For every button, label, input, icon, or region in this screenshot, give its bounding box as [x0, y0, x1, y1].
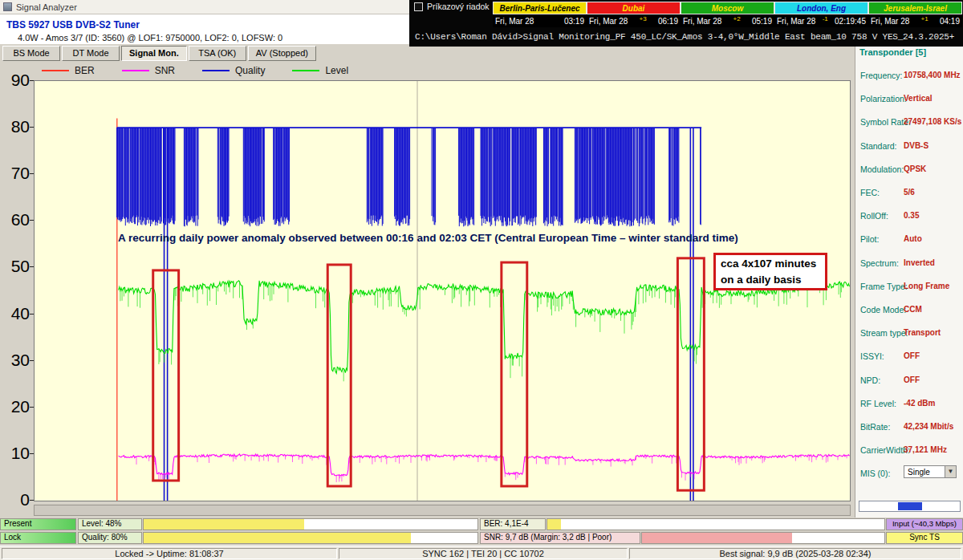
callout-line-2: on a daily basis	[721, 272, 820, 288]
legend-label: SNR	[155, 65, 175, 76]
field-label: Pilot:	[860, 234, 879, 244]
clock-date: Fri, Mar 28	[495, 17, 534, 26]
legend-label: Quality	[235, 65, 265, 76]
chart-plot-area: A recurring daily power anomaly observed…	[34, 80, 851, 501]
transponder-title: Transponder [5]	[859, 47, 926, 57]
field-label: Standard:	[860, 141, 897, 151]
tab-dt-mode[interactable]: DT Mode	[62, 46, 120, 61]
field-value: 10758,400 MHz	[904, 71, 961, 79]
y-axis-tick	[30, 173, 34, 174]
field-value: OFF	[904, 375, 920, 384]
y-axis-tick	[30, 127, 34, 128]
clock-utc-offset: +3	[640, 15, 647, 22]
anomaly-callout-box: cca 4x107 minutes on a daily basis	[713, 253, 827, 290]
chart-scrollbar[interactable]	[34, 505, 851, 516]
ber-progress	[547, 518, 885, 530]
quality-label: Quality: 80%	[78, 532, 142, 544]
clock-date: Fri, Mar 28	[683, 17, 721, 26]
field-value: Vertical	[904, 94, 933, 103]
legend-line	[42, 70, 69, 71]
transponder-row: Pilot:Auto	[855, 228, 963, 251]
transponder-row: Stream type:Transport	[855, 322, 963, 345]
tab-bs-mode[interactable]: BS Mode	[2, 46, 60, 61]
field-label: Frequency:	[860, 71, 903, 80]
y-axis-tick	[30, 266, 34, 267]
y-axis-label: 50	[0, 258, 30, 275]
cmd-title-text: Príkazový riadok	[427, 2, 490, 11]
clock-date: Fri, Mar 28	[777, 17, 815, 26]
mis-select-value: Single	[908, 468, 930, 477]
cmd-titlebar[interactable]: Príkazový riadok	[414, 2, 490, 11]
y-axis-tick	[30, 407, 34, 408]
clock-time: Fri, Mar 2803:19	[493, 14, 587, 27]
y-axis-label: 90	[0, 71, 30, 89]
field-value: 0.35	[904, 211, 919, 220]
world-clock-3: MoscowFri, Mar 28+205:19	[681, 2, 774, 27]
field-value: Transport	[904, 328, 941, 337]
field-value: Auto	[904, 234, 922, 243]
field-value: CCM	[904, 305, 922, 314]
ber-label: BER: 4,1E-4	[480, 518, 546, 530]
field-label: RF Level:	[860, 399, 896, 408]
clock-city: Moscow	[681, 2, 774, 14]
transponder-row: Symbol Rate:27497,108 KS/s	[855, 111, 963, 134]
world-clock-4: London, EngFri, Mar 28-102:19:45	[774, 2, 868, 27]
signal-gauge-fill	[898, 502, 922, 510]
clock-value: 02:19:45	[835, 17, 866, 26]
y-axis-label: 20	[0, 398, 30, 416]
field-value: 5/6	[904, 188, 915, 197]
field-label: Frame Type:	[860, 282, 908, 291]
statusbar-sync-counters: SYNC 162 | TEI 20 | CC 10702	[339, 548, 628, 559]
clock-date: Fri, Mar 28	[589, 17, 628, 26]
tab-av-stopped-[interactable]: AV (Stopped)	[248, 46, 316, 61]
field-label: CarrierWidth:	[860, 445, 910, 455]
chevron-down-icon[interactable]: ▼	[945, 466, 956, 477]
transponder-row: ISSYI:OFF	[855, 345, 963, 368]
chart-legend: BERSNRQualityLevel	[42, 64, 348, 77]
clock-value: 03:19	[564, 17, 584, 26]
transponder-row: Spectrum:Inverted	[855, 252, 963, 275]
field-label: Polarization:	[860, 94, 907, 103]
legend-line	[122, 70, 149, 71]
transponder-panel: Transponder [5] Frequency:10758,400 MHzP…	[855, 45, 963, 517]
transponder-row: Frequency:10758,400 MHz	[855, 64, 963, 87]
status-row-1: Present Level: 48% BER: 4,1E-4 Input (~4…	[0, 518, 963, 530]
transponder-row: Modulation:QPSK	[855, 158, 963, 181]
transponder-row: Standard:DVB-S	[855, 135, 963, 158]
transponder-row: NPD:OFF	[855, 369, 963, 392]
input-indicator: Input (~40,3 Mbps)	[886, 518, 963, 530]
y-axis-tick	[30, 500, 34, 501]
anomaly-annotation: A recurring daily power anomaly observed…	[118, 232, 738, 244]
tab-tsa-ok-[interactable]: TSA (OK)	[189, 46, 246, 61]
tab-bar: BS ModeDT ModeSignal Mon.TSA (OK)AV (Sto…	[2, 46, 316, 62]
legend-item-ber: BER	[42, 65, 95, 76]
y-axis-tick	[30, 314, 34, 314]
clock-value: 06:19	[658, 17, 678, 26]
field-value: -42 dBm	[904, 399, 935, 408]
clock-city: Dubai	[587, 2, 681, 14]
transponder-row: FEC:5/6	[855, 181, 963, 205]
legend-label: Level	[325, 65, 348, 76]
y-axis-label: 60	[0, 211, 30, 229]
field-value: Inverted	[904, 258, 935, 267]
command-line[interactable]: C:\Users\Roman Dávid>Signal Monitoring_P…	[415, 32, 954, 42]
world-clock-1: Berlin-Paris-LučenecFri, Mar 2803:19	[493, 2, 587, 27]
legend-item-snr: SNR	[122, 65, 175, 76]
statusbar-best-signal: Best signal: 9,9 dB (2025-03-28 02:34)	[629, 548, 961, 559]
transponder-row: BitRate:42,234 Mbit/s	[855, 416, 963, 439]
y-axis-label: 10	[0, 444, 30, 462]
clock-city: Jerusalem-Israel	[868, 2, 962, 14]
transponder-row: RollOff:0.35	[855, 205, 963, 228]
legend-line	[292, 70, 319, 71]
mis-select[interactable]: Single ▼	[904, 465, 957, 478]
world-clock-2: DubaiFri, Mar 28+306:19	[587, 2, 681, 27]
y-axis-label: 40	[0, 305, 30, 323]
field-label: Stream type:	[860, 328, 908, 338]
field-label: BitRate:	[860, 422, 890, 432]
transponder-row: RF Level:-42 dBm	[855, 392, 963, 416]
cmd-icon	[414, 2, 423, 11]
field-label: Code Mode:	[860, 305, 906, 314]
clock-time: Fri, Mar 28+104:19	[868, 14, 962, 27]
app-icon	[3, 2, 12, 11]
tab-signal-mon-[interactable]: Signal Mon.	[121, 46, 187, 61]
